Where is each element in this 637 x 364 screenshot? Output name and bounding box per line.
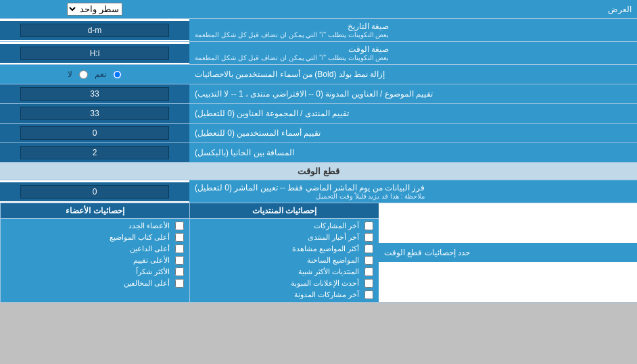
- checkbox-top-topic-writers[interactable]: [175, 233, 184, 242]
- spacing-input-area: 2: [0, 143, 189, 162]
- checkbox-most-viewed[interactable]: [364, 244, 373, 253]
- checkbox-new-members[interactable]: [175, 222, 184, 230]
- forum-sort-label: تقييم المنتدى / المجموعة العناوين (0 للت…: [189, 104, 637, 123]
- date-format-input-area: d-m: [0, 21, 189, 40]
- topics-sort-input-area: 33: [0, 84, 189, 103]
- bold-yes-label: نعم: [95, 70, 106, 79]
- checkbox-top-rated[interactable]: [175, 256, 184, 265]
- list-item: أعلى الداعين: [1, 243, 189, 255]
- list-item: آخر المشاركات: [190, 220, 379, 232]
- topics-sort-row: تقييم الموضوع / العناوين المدونة (0 -- ا…: [0, 84, 637, 104]
- list-item: آخر مشاركات المدونة: [190, 289, 379, 301]
- checkbox-forum-news[interactable]: [364, 233, 373, 242]
- bold-remove-label: إزالة نمط بولد (Bold) من أسماء المستخدمي…: [189, 65, 637, 84]
- stats-col1-items: آخر المشاركات آخر أخبار المنتدى أكثر الم…: [190, 219, 379, 302]
- users-sort-input-area: 0: [0, 124, 189, 142]
- cutoff-section-header: قطع الوقت: [0, 163, 637, 180]
- checkbox-latest-classifieds[interactable]: [364, 279, 373, 288]
- ard-input-area: سطر واحد سطرين ثلاثة أسطر: [0, 1, 189, 18]
- stats-main-label: حدد إحصائيات قطع الوقت: [379, 243, 637, 262]
- stats-col-forums: إحصائيات المنتديات آخر المشاركات آخر أخب…: [189, 203, 379, 302]
- bold-radio-group: نعم لا: [61, 70, 128, 79]
- cutoff-input[interactable]: 0: [20, 185, 169, 199]
- list-item: أحدث الإعلانات المبوبة: [190, 278, 379, 289]
- forum-sort-input-area: 33: [0, 104, 189, 123]
- main-container: العرض سطر واحد سطرين ثلاثة أسطر صيغة الت…: [0, 0, 637, 303]
- stats-col2-items: الأعضاء الجدد أعلى كتاب المواضيع أعلى ال…: [1, 219, 189, 290]
- date-format-row: صيغة التاريخ بعض التكوينات يتطلب "/" الت…: [0, 19, 637, 42]
- list-item: أكثر المواضيع مشاهدة: [190, 243, 379, 255]
- spacing-row: المسافة بين الخانيا (بالبكسل) 2: [0, 143, 637, 163]
- time-format-label: صيغة الوقت بعض التكوينات يتطلب "/" التي …: [189, 42, 637, 64]
- users-sort-row: تقييم أسماء المستخدمين (0 للتعطيل) 0: [0, 124, 637, 143]
- users-sort-input[interactable]: 0: [20, 126, 169, 140]
- checkbox-most-thanked[interactable]: [175, 267, 184, 276]
- stats-cols: إحصائيات المنتديات آخر المشاركات آخر أخب…: [0, 203, 379, 302]
- cutoff-row: فرز البيانات من يوم الماشر الماضي فقط --…: [0, 180, 637, 203]
- list-item: آخر أخبار المنتدى: [190, 232, 379, 243]
- stats-col1-header: إحصائيات المنتديات: [190, 203, 379, 219]
- time-format-input-area: H:i: [0, 44, 189, 63]
- ard-label: العرض: [189, 2, 637, 17]
- bold-no-label: لا: [68, 70, 72, 79]
- checkbox-top-inviters[interactable]: [175, 244, 184, 253]
- time-format-input[interactable]: H:i: [20, 47, 169, 60]
- forum-sort-row: تقييم المنتدى / المجموعة العناوين (0 للت…: [0, 104, 637, 124]
- bold-no-radio[interactable]: [79, 70, 88, 79]
- forum-sort-input[interactable]: 33: [20, 107, 169, 120]
- spacing-input[interactable]: 2: [20, 146, 169, 159]
- ard-row: العرض سطر واحد سطرين ثلاثة أسطر: [0, 0, 637, 19]
- users-sort-label: تقييم أسماء المستخدمين (0 للتعطيل): [189, 124, 637, 142]
- stats-col2-header: إحصائيات الأعضاء: [1, 203, 189, 219]
- bold-remove-row: إزالة نمط بولد (Bold) من أسماء المستخدمي…: [0, 65, 637, 84]
- list-item: أعلى كتاب المواضيع: [1, 232, 189, 243]
- checkbox-top-violators[interactable]: [175, 279, 184, 288]
- spacing-label: المسافة بين الخانيا (بالبكسل): [189, 143, 637, 162]
- list-item: الأعضاء الجدد: [1, 220, 189, 232]
- topics-sort-input[interactable]: 33: [20, 87, 169, 101]
- list-item: المواضيع الساخنة: [190, 255, 379, 266]
- list-item: الأعلى تقييم: [1, 255, 189, 266]
- list-item: المنتديات الأكثر شبية: [190, 266, 379, 278]
- bold-remove-radio-area: نعم لا: [0, 65, 189, 84]
- checkbox-blog-posts[interactable]: [364, 290, 373, 299]
- checkbox-last-posts[interactable]: [364, 222, 373, 230]
- date-format-input[interactable]: d-m: [20, 24, 169, 37]
- list-item: الأكثر شكراً: [1, 266, 189, 278]
- time-format-row: صيغة الوقت بعض التكوينات يتطلب "/" التي …: [0, 42, 637, 65]
- checkbox-most-like[interactable]: [364, 267, 373, 276]
- list-item: أعلى المخالفين: [1, 278, 189, 289]
- date-format-label: صيغة التاريخ بعض التكوينات يتطلب "/" الت…: [189, 19, 637, 41]
- cutoff-label: فرز البيانات من يوم الماشر الماضي فقط --…: [189, 180, 637, 203]
- ard-select[interactable]: سطر واحد سطرين ثلاثة أسطر: [67, 3, 122, 16]
- stats-col-members: إحصائيات الأعضاء الأعضاء الجدد أعلى كتاب…: [0, 203, 189, 302]
- stats-header-row: حدد إحصائيات قطع الوقت إحصائيات المنتديا…: [0, 203, 637, 303]
- bold-yes-radio[interactable]: [113, 70, 122, 79]
- cutoff-input-area: 0: [0, 182, 189, 201]
- topics-sort-label: تقييم الموضوع / العناوين المدونة (0 -- ا…: [189, 84, 637, 103]
- checkbox-hot-topics[interactable]: [364, 256, 373, 265]
